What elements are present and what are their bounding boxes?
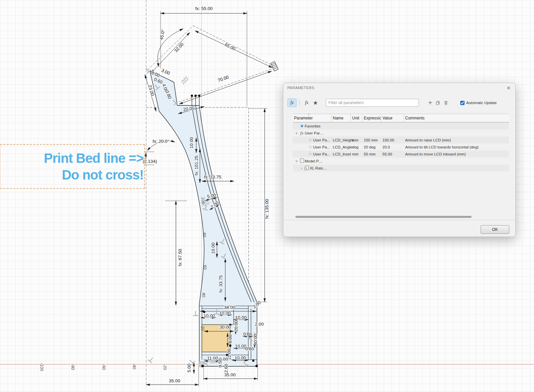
table-row[interactable]: ☆User Pa…LCD_Angledeg20 deg20.0Amount to…: [293, 143, 509, 150]
print-bed-note-box[interactable]: Print Bed line => Do not cross!: [0, 144, 145, 189]
dimension-label[interactable]: 10.00: [189, 137, 194, 148]
table-row[interactable]: ☆User Pa…LCD_Insetmm55 mm55.00Amount to …: [293, 150, 509, 157]
dimension-label[interactable]: 70.00: [217, 75, 229, 83]
fx-filter-button[interactable]: fx: [287, 98, 297, 107]
param-comment[interactable]: Amount to raise LCD (mm): [404, 138, 509, 142]
dimension-label[interactable]: fx: 135.00: [264, 199, 269, 219]
column-header-value[interactable]: Value: [381, 114, 404, 122]
dimension-label[interactable]: (2.134): [143, 159, 157, 164]
param-name[interactable]: LCD_Height: [331, 138, 351, 142]
param-unit[interactable]: mm: [351, 138, 362, 142]
filter-input[interactable]: [326, 99, 419, 107]
parameters-dialog[interactable]: PARAMETERS ✕ fx fx ★ + Aut: [283, 83, 516, 237]
dimension-label[interactable]: 10.00: [235, 315, 247, 320]
user-parameter-filter-button[interactable]: fx: [302, 99, 311, 107]
favorites-filter-button[interactable]: ★: [311, 99, 320, 107]
star-outline-icon: ☆: [307, 137, 313, 142]
dimension-label[interactable]: fx: 55.00: [195, 6, 213, 11]
automatic-update-checkbox[interactable]: [460, 101, 465, 105]
dimension-label[interactable]: fx: 101.25: [194, 155, 199, 175]
dialog-title: PARAMETERS: [287, 86, 314, 90]
expand-chevron-icon[interactable]: ˅: [294, 131, 299, 135]
print-bed-note-line2: Do not cross!: [0, 166, 144, 183]
footer-divider: [283, 220, 515, 220]
copy-icon[interactable]: [436, 100, 440, 105]
dimension-label[interactable]: 38.00: [224, 305, 235, 310]
dimension-label[interactable]: fx: 33.75: [218, 275, 223, 293]
dimension-label[interactable]: 10.00: [235, 355, 246, 360]
row-label: XL Rais…: [310, 166, 327, 170]
param-value[interactable]: 20.0: [381, 145, 404, 149]
param-unit[interactable]: deg: [351, 145, 362, 149]
dimension-label[interactable]: 65.00: [224, 42, 236, 51]
star-icon: ★: [313, 99, 318, 106]
dimension-label[interactable]: 11.00: [207, 356, 218, 361]
dimension-label[interactable]: fx: 20.0°: [153, 139, 169, 144]
sketch-canvas[interactable]: fx: 55.0045.0°32.0065.0070.008.003.000.6…: [0, 0, 534, 392]
lcd-target-icon[interactable]: [271, 61, 278, 71]
close-icon[interactable]: ✕: [505, 84, 512, 92]
table-row[interactable]: ˅fxUser Par…: [293, 129, 509, 136]
dimension-label[interactable]: 0.60: [243, 332, 252, 337]
row-label: User Pa…: [313, 145, 330, 149]
table-row[interactable]: ☆User Pa…LCD_Heightmm150 mm150.00Amount …: [293, 136, 509, 143]
add-parameter-button[interactable]: +: [428, 100, 432, 106]
param-expression[interactable]: 20 deg: [362, 145, 381, 149]
fx-icon: fx: [299, 130, 305, 136]
dimension-label[interactable]: 2.00: [255, 322, 264, 327]
dimension-label[interactable]: 3.00: [161, 68, 171, 76]
dimension-label[interactable]: 10.00: [211, 243, 216, 254]
dimension-label[interactable]: fx: 13.75: [204, 174, 221, 179]
fx-icon: fx: [290, 100, 294, 105]
param-value[interactable]: 150.00: [381, 138, 404, 142]
param-expression[interactable]: 55 mm: [362, 152, 381, 156]
axis-tick-label: -60: [101, 364, 106, 370]
sketch-profile[interactable]: [150, 71, 257, 366]
dimension-label[interactable]: 45.0°: [159, 29, 166, 40]
column-header-name[interactable]: Name: [331, 114, 351, 122]
column-header-comments[interactable]: Comments: [404, 114, 509, 122]
table-row[interactable]: ˅Model P…: [293, 157, 509, 164]
column-header-expressio[interactable]: Expressio: [362, 114, 381, 122]
column-header-parameter[interactable]: Parameter: [293, 114, 331, 122]
axis-tick-label: 40: [201, 293, 206, 297]
dimension-label[interactable]: fx: 67.50: [178, 249, 183, 266]
dimension-label[interactable]: 20.00: [234, 320, 239, 332]
expand-chevron-icon[interactable]: ˅: [294, 159, 299, 163]
table-row[interactable]: ★Favorites: [293, 122, 509, 129]
cube-icon: [299, 158, 305, 163]
param-name[interactable]: LCD_Angle: [331, 145, 351, 149]
param-comment[interactable]: Amount to tilt LCD towards horizontal (d…: [404, 145, 509, 149]
ok-button[interactable]: OK: [481, 225, 509, 234]
delete-icon[interactable]: [444, 100, 448, 105]
dimension-label[interactable]: 40.00: [253, 334, 258, 345]
stand-profile[interactable]: [150, 71, 257, 366]
dimension-label[interactable]: 5.00: [187, 364, 192, 372]
parameters-table-header[interactable]: ⌄ ParameterNameUnitExpressioValueComment…: [293, 114, 509, 122]
dimension-label[interactable]: 35.00: [169, 378, 180, 383]
automatic-update-label: Automatic Update: [466, 101, 497, 105]
param-expression[interactable]: 150 mm: [362, 138, 381, 142]
horizontal-scrollbar[interactable]: [295, 216, 472, 218]
param-value[interactable]: 55.00: [381, 152, 404, 156]
dimension-label[interactable]: 30.00: [220, 325, 231, 330]
param-unit[interactable]: mm: [351, 152, 362, 156]
axis-tick-label: -20: [163, 364, 167, 370]
row-label: User Par…: [305, 131, 324, 135]
dimension-label[interactable]: 35.00: [224, 372, 236, 377]
column-header-unit[interactable]: Unit: [351, 114, 362, 122]
param-name[interactable]: LCD_Inset: [331, 152, 351, 156]
print-bed-note-line1: Print Bed line =>: [0, 150, 144, 166]
collapsed-chevron-icon[interactable]: ›: [299, 166, 304, 170]
dimension-label[interactable]: 0.50: [218, 359, 223, 367]
dimension-label[interactable]: 8.00: [228, 335, 233, 343]
dimension-label[interactable]: 10.00: [204, 313, 215, 318]
dimension-label[interactable]: 10.00: [219, 311, 231, 316]
param-comment[interactable]: Amount to move LCD inboard (mm): [404, 152, 509, 156]
dimension-label[interactable]: 10.00: [235, 344, 246, 349]
table-row[interactable]: ›XL Rais…: [293, 164, 509, 171]
star-outline-icon: ☆: [307, 151, 313, 156]
axis-tick-label: 20: [200, 326, 205, 331]
dimension-label[interactable]: 2.60: [224, 364, 229, 373]
dimension-label[interactable]: 0.60: [245, 346, 254, 351]
